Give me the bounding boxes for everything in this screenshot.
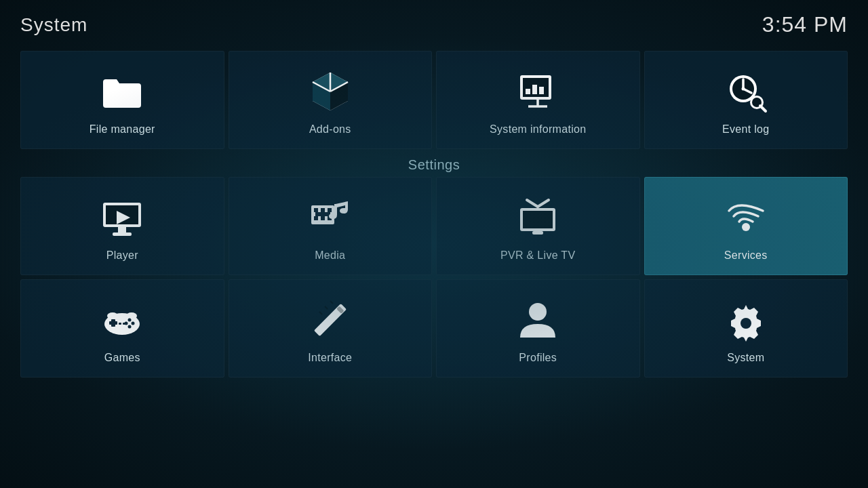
pvr-icon	[514, 194, 561, 241]
profiles-icon	[514, 296, 561, 344]
svg-rect-38	[523, 211, 553, 228]
tile-services[interactable]: Services	[644, 177, 848, 275]
top-grid: File manager Add-ons System information	[0, 44, 868, 149]
clock: 3:54 PM	[762, 12, 848, 37]
bottom-grid: Games Interface Profiles	[0, 275, 868, 378]
player-icon	[98, 194, 146, 241]
tile-system-information[interactable]: System information	[436, 51, 640, 149]
svg-point-59	[529, 303, 547, 321]
tile-profiles-label: Profiles	[519, 352, 557, 364]
svg-rect-30	[328, 208, 332, 212]
settings-section-label: Settings	[0, 149, 868, 177]
tile-add-ons-label: Add-ons	[309, 123, 351, 136]
header: System 3:54 PM	[0, 0, 868, 44]
tile-player[interactable]: Player	[20, 177, 224, 275]
tile-file-manager-label: File manager	[90, 123, 155, 136]
svg-rect-29	[321, 208, 325, 212]
tile-player-label: Player	[106, 249, 138, 262]
media-icon	[307, 194, 354, 241]
tile-pvr-live-tv[interactable]: PVR & Live TV	[436, 177, 640, 275]
tile-pvr-live-tv-label: PVR & Live TV	[500, 249, 575, 262]
page-title: System	[20, 14, 87, 36]
folder-icon	[98, 68, 146, 115]
tile-event-log[interactable]: Event log	[644, 51, 848, 149]
settings-grid: Player Media PVR & Live TV	[0, 177, 868, 275]
tile-add-ons[interactable]: Add-ons	[229, 51, 433, 149]
tile-interface[interactable]: Interface	[229, 279, 433, 378]
tile-media[interactable]: Media	[229, 177, 433, 275]
games-icon	[98, 296, 146, 344]
svg-point-42	[107, 312, 118, 319]
svg-line-53	[319, 312, 322, 314]
svg-rect-9	[526, 89, 530, 94]
tile-games[interactable]: Games	[20, 279, 224, 378]
tile-event-log-label: Event log	[722, 123, 769, 136]
svg-point-40	[742, 223, 750, 231]
tile-games-label: Games	[104, 352, 140, 364]
svg-rect-50	[119, 323, 121, 325]
addons-icon	[307, 68, 354, 115]
tile-system-label: System	[727, 352, 764, 364]
svg-point-18	[741, 87, 745, 90]
svg-line-35	[527, 200, 538, 207]
svg-rect-26	[113, 232, 132, 236]
tile-services-label: Services	[724, 249, 768, 262]
interface-icon	[307, 296, 354, 344]
svg-line-36	[538, 200, 549, 207]
tile-system-information-label: System information	[490, 123, 586, 136]
tile-interface-label: Interface	[308, 352, 352, 364]
svg-rect-45	[111, 319, 115, 327]
services-icon	[722, 194, 770, 241]
svg-rect-25	[118, 227, 126, 232]
svg-point-49	[128, 325, 132, 328]
svg-rect-39	[532, 231, 543, 235]
svg-point-60	[741, 318, 751, 329]
svg-rect-10	[532, 85, 537, 94]
sysinfo-icon	[514, 68, 561, 115]
svg-rect-11	[539, 87, 544, 94]
eventlog-icon	[722, 68, 770, 115]
tile-profiles[interactable]: Profiles	[436, 279, 640, 378]
svg-rect-28	[314, 208, 318, 212]
svg-line-55	[330, 301, 333, 304]
svg-rect-34	[315, 212, 330, 216]
svg-point-47	[132, 321, 135, 325]
svg-line-21	[760, 106, 766, 111]
svg-point-43	[126, 312, 137, 319]
svg-rect-31	[314, 216, 318, 220]
svg-point-46	[128, 318, 132, 321]
tile-media-label: Media	[315, 249, 345, 262]
tile-file-manager[interactable]: File manager	[20, 51, 224, 149]
svg-line-54	[325, 306, 328, 309]
system-icon	[722, 296, 770, 344]
svg-rect-51	[123, 323, 125, 325]
svg-rect-32	[321, 216, 325, 220]
tile-system[interactable]: System	[644, 279, 848, 378]
